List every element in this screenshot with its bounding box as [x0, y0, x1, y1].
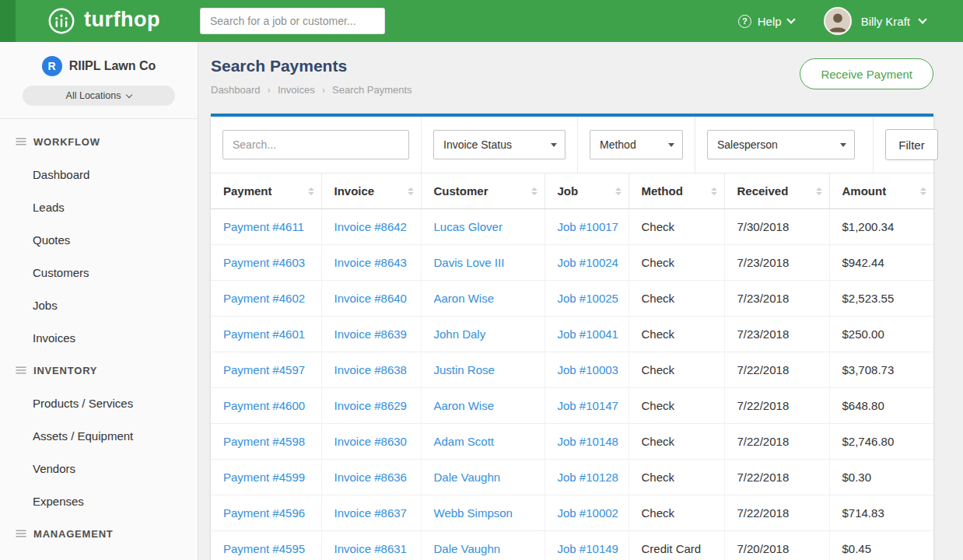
- payment-link[interactable]: Payment #4596: [223, 506, 305, 520]
- cell-invoice: Invoice #8638: [321, 352, 421, 388]
- cell-job: Job #10128: [545, 460, 629, 495]
- breadcrumb-item[interactable]: Dashboard: [211, 84, 261, 96]
- payment-link[interactable]: Payment #4602: [223, 292, 305, 305]
- customer-link[interactable]: John Daly: [434, 327, 486, 341]
- global-search-input[interactable]: [200, 8, 385, 34]
- table-search-input[interactable]: [222, 130, 409, 159]
- sort-icon[interactable]: [308, 187, 314, 195]
- sort-icon[interactable]: [711, 187, 717, 195]
- customer-link[interactable]: Dale Vaughn: [434, 471, 501, 484]
- customer-link[interactable]: Dale Vaughn: [434, 542, 501, 555]
- cell-job: Job #10002: [545, 495, 629, 531]
- invoice-link[interactable]: Invoice #8629: [334, 399, 407, 412]
- customer-link[interactable]: Davis Love III: [434, 256, 505, 269]
- cell-invoice: Invoice #8630: [321, 424, 421, 460]
- sidebar-item-jobs[interactable]: Jobs: [0, 289, 198, 321]
- payment-link[interactable]: Payment #4595: [223, 542, 305, 555]
- customer-link[interactable]: Justin Rose: [434, 363, 495, 376]
- column-header-received[interactable]: Received: [724, 173, 829, 209]
- salesperson-select[interactable]: Salesperson: [707, 130, 855, 159]
- cell-job: Job #10025: [545, 281, 629, 317]
- job-link[interactable]: Job #10002: [558, 506, 618, 520]
- breadcrumb-item[interactable]: Invoices: [261, 84, 315, 96]
- sidebar-item-products-services[interactable]: Products / Services: [0, 387, 198, 419]
- sidebar-item-dashboard[interactable]: Dashboard: [0, 158, 198, 191]
- cell-method: Check: [629, 388, 724, 424]
- location-filter-label: All Locations: [66, 90, 121, 101]
- customer-link[interactable]: Aaron Wise: [434, 399, 495, 412]
- invoice-link[interactable]: Invoice #8639: [334, 327, 407, 341]
- payment-link[interactable]: Payment #4611: [223, 220, 304, 233]
- location-filter-dropdown[interactable]: All Locations: [23, 86, 175, 106]
- job-link[interactable]: Job #10128: [558, 471, 618, 484]
- cell-amount: $1,200.34: [829, 209, 933, 245]
- job-link[interactable]: Job #10024: [558, 256, 618, 269]
- invoice-link[interactable]: Invoice #8640: [334, 292, 407, 305]
- cell-job: Job #10003: [545, 352, 629, 388]
- column-header-method[interactable]: Method: [629, 173, 724, 209]
- job-link[interactable]: Job #10148: [558, 435, 618, 448]
- column-label: Payment: [223, 184, 272, 198]
- job-link[interactable]: Job #10003: [558, 363, 618, 376]
- payment-link[interactable]: Payment #4601: [223, 327, 305, 341]
- cell-customer: Dale Vaughn: [421, 460, 545, 495]
- payment-link[interactable]: Payment #4600: [223, 399, 305, 412]
- invoice-status-select[interactable]: Invoice Status: [433, 130, 566, 159]
- sort-icon[interactable]: [531, 187, 538, 195]
- sidebar-item-assets-equipment[interactable]: Assets / Equipment: [0, 419, 198, 452]
- column-header-invoice[interactable]: Invoice: [321, 173, 421, 209]
- nav-section-inventory: INVENTORY: [0, 354, 198, 387]
- sort-icon[interactable]: [408, 187, 414, 195]
- user-menu[interactable]: Billy Kraft: [824, 7, 926, 35]
- job-link[interactable]: Job #10041: [558, 327, 618, 341]
- cell-payment: Payment #4596: [211, 495, 321, 531]
- payment-link[interactable]: Payment #4598: [223, 435, 305, 448]
- customer-link[interactable]: Adam Scott: [434, 435, 495, 448]
- invoice-link[interactable]: Invoice #8636: [334, 471, 407, 484]
- customer-link[interactable]: Webb Simpson: [434, 506, 513, 520]
- sort-icon[interactable]: [816, 187, 822, 195]
- sort-icon[interactable]: [615, 187, 622, 195]
- invoice-link[interactable]: Invoice #8631: [334, 542, 407, 555]
- payment-link[interactable]: Payment #4597: [223, 363, 305, 376]
- sidebar-item-quotes[interactable]: Quotes: [0, 223, 198, 256]
- column-header-amount[interactable]: Amount: [829, 173, 933, 209]
- caret-down-icon: [668, 143, 674, 147]
- invoice-link[interactable]: Invoice #8638: [334, 363, 407, 376]
- invoice-link[interactable]: Invoice #8642: [334, 220, 407, 233]
- cell-method: Check: [629, 460, 724, 495]
- brand-logo[interactable]: turfhop: [47, 6, 200, 36]
- job-link[interactable]: Job #10017: [558, 220, 618, 233]
- customer-link[interactable]: Aaron Wise: [434, 292, 495, 305]
- invoice-link[interactable]: Invoice #8630: [334, 435, 407, 448]
- cell-received: 7/23/2018: [724, 281, 829, 317]
- sidebar-item-vendors[interactable]: Vendors: [0, 452, 198, 485]
- sidebar-item-expenses[interactable]: Expenses: [0, 485, 198, 517]
- column-header-customer[interactable]: Customer: [421, 173, 545, 209]
- job-link[interactable]: Job #10147: [558, 399, 618, 412]
- sort-icon[interactable]: [920, 187, 926, 195]
- sidebar-item-invoices[interactable]: Invoices: [0, 321, 198, 354]
- payment-link[interactable]: Payment #4599: [223, 471, 305, 484]
- sidebar-item-customers[interactable]: Customers: [0, 256, 198, 289]
- column-header-payment[interactable]: Payment: [211, 173, 321, 209]
- invoice-link[interactable]: Invoice #8643: [334, 256, 407, 269]
- column-header-job[interactable]: Job: [545, 173, 629, 209]
- job-link[interactable]: Job #10149: [558, 542, 618, 555]
- column-label: Invoice: [334, 184, 375, 198]
- cell-amount: $0.45: [829, 531, 933, 560]
- job-link[interactable]: Job #10025: [558, 292, 618, 305]
- cell-invoice: Invoice #8642: [321, 209, 421, 245]
- payment-link[interactable]: Payment #4603: [223, 256, 305, 269]
- invoice-link[interactable]: Invoice #8637: [334, 506, 407, 520]
- caret-down-icon: [551, 143, 557, 147]
- filter-button[interactable]: Filter: [885, 129, 938, 160]
- receive-payment-button[interactable]: Receive Payment: [800, 58, 933, 89]
- sidebar-item-leads[interactable]: Leads: [0, 191, 198, 223]
- customer-link[interactable]: Lucas Glover: [434, 220, 503, 233]
- cell-invoice: Invoice #8637: [321, 495, 421, 531]
- cell-method: Check: [629, 281, 724, 317]
- help-menu[interactable]: ? Help: [738, 15, 794, 28]
- method-select[interactable]: Method: [590, 130, 683, 159]
- cell-method: Check: [629, 317, 724, 352]
